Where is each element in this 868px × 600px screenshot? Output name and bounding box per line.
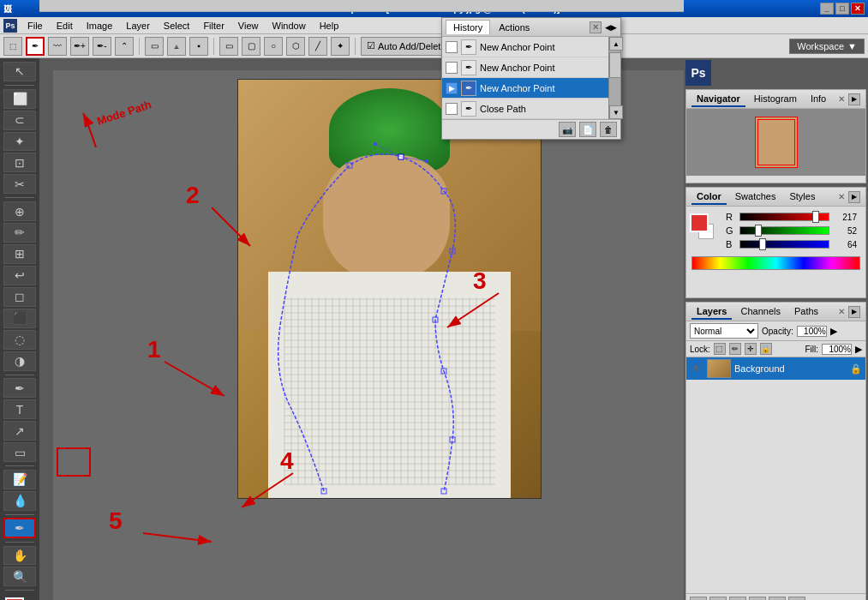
lock-position-btn[interactable]: ✛ [745,343,757,355]
menu-view[interactable]: View [235,19,262,33]
menu-help[interactable]: Help [316,19,343,33]
tab-histogram[interactable]: Histogram [749,92,802,107]
menu-select[interactable]: Select [160,19,194,33]
navigator-close[interactable]: ✕ [838,94,845,104]
tool-brush[interactable]: ✏ [3,223,36,243]
tab-layers[interactable]: Layers [691,304,732,320]
tab-styles[interactable]: Styles [784,189,820,205]
add-anchor-option[interactable]: ✒+ [70,37,89,56]
add-mask-btn[interactable]: ⬜ [729,597,746,600]
convert-point-option[interactable]: ⌃ [115,37,134,56]
opacity-input[interactable] [797,326,827,337]
layer-background-row[interactable]: 👁 Background 🔒 [686,357,865,380]
tool-eyedropper[interactable]: 💧 [3,491,36,511]
tool-healing[interactable]: ⊕ [3,201,36,221]
maximize-btn[interactable]: □ [835,3,849,15]
tool-path-select[interactable]: ↗ [3,421,36,441]
menu-file[interactable]: File [24,19,46,33]
tool-stamp[interactable]: ⊞ [3,244,36,264]
lock-transparent-btn[interactable]: ⬚ [714,343,726,355]
add-style-btn[interactable]: f [709,597,727,600]
menu-image[interactable]: Image [83,19,117,33]
g-slider[interactable] [739,226,829,235]
new-layer-btn[interactable]: 📄 [769,597,786,600]
tool-blur[interactable]: ◌ [3,330,36,350]
color-fg-swatch[interactable] [690,213,709,232]
color-close[interactable]: ✕ [838,192,845,201]
tool-add-anchor[interactable]: ✒ [3,518,36,538]
fill-input[interactable] [822,344,852,355]
r-thumb[interactable] [812,211,819,223]
delete-anchor-option[interactable]: ✒- [93,37,111,56]
history-delete-btn[interactable]: 🗑 [600,122,617,137]
delete-layer-btn[interactable]: 🗑 [788,597,805,600]
pen-tool-option[interactable]: ✒ [26,37,45,56]
history-close-btn[interactable]: ✕ [590,21,602,33]
tool-crop[interactable]: ⊡ [3,153,36,172]
ellipse-btn[interactable]: ○ [264,37,283,56]
tab-channels[interactable]: Channels [735,304,785,320]
workspace-button[interactable]: Workspace ▼ [789,39,865,54]
spectrum-bar[interactable] [691,256,860,270]
b-slider[interactable] [739,240,829,249]
history-resize-btn[interactable]: ◀▶ [605,23,617,32]
layers-menu[interactable]: ▶ [848,306,860,318]
history-item-3[interactable]: ▶ ✒ New Anchor Point [442,78,608,99]
tool-dodge[interactable]: ◑ [3,351,36,371]
tool-pen[interactable]: ✒ [3,378,36,398]
blend-mode-select[interactable]: Normal Multiply Screen [690,323,758,339]
navigator-menu[interactable]: ▶ [848,93,860,105]
path-type-btn[interactable]: ⬚ [3,37,22,56]
history-check-3[interactable]: ▶ [446,82,458,94]
tool-quick-select[interactable]: ✦ [3,132,36,152]
layers-close[interactable]: ✕ [838,307,845,316]
fill-pixels-btn[interactable]: ▪ [189,37,208,56]
tool-history-brush[interactable]: ↩ [3,266,36,285]
b-thumb[interactable] [759,238,766,250]
tool-slice[interactable]: ✂ [3,174,36,194]
tool-move[interactable]: ↖ [3,62,36,81]
tool-marquee[interactable]: ⬜ [3,89,36,109]
history-check-4[interactable] [446,103,458,115]
scroll-down-btn[interactable]: ▼ [609,105,623,119]
tab-info[interactable]: Info [805,92,831,107]
polygon-btn[interactable]: ⬡ [286,37,305,56]
tab-swatches[interactable]: Swatches [730,189,781,205]
g-thumb[interactable] [755,225,762,237]
tool-notes[interactable]: 📝 [3,470,36,489]
tool-hand[interactable]: ✋ [3,546,36,566]
tool-gradient[interactable]: ⬛ [3,309,36,328]
minimize-btn[interactable]: _ [820,3,834,15]
tab-navigator[interactable]: Navigator [691,92,745,107]
history-item-2[interactable]: ✒ New Anchor Point [442,57,608,78]
history-snapshot-btn[interactable]: 📷 [559,122,576,137]
history-item-1[interactable]: ✒ New Anchor Point [442,37,608,57]
new-group-btn[interactable]: 📁 [749,597,766,600]
tab-paths[interactable]: Paths [789,304,823,320]
custom-shape-btn[interactable]: ✦ [331,37,350,56]
menu-filter[interactable]: Filter [200,19,227,33]
actions-tab[interactable]: Actions [492,21,536,34]
auto-add-delete-btn[interactable]: ☑ Auto Add/Delete [361,37,452,56]
close-btn[interactable]: ✕ [851,3,865,15]
history-item-4[interactable]: ✒ Close Path [442,99,608,119]
tab-color[interactable]: Color [691,189,727,205]
freeform-pen-option[interactable]: 〰 [48,37,67,56]
tool-zoom[interactable]: 🔍 [3,567,36,586]
menu-window[interactable]: Window [269,19,309,33]
menu-layer[interactable]: Layer [123,19,153,33]
history-check-1[interactable] [446,41,458,53]
scroll-thumb[interactable] [609,52,621,78]
menu-edit[interactable]: Edit [53,19,76,33]
shape-layers-btn[interactable]: ▭ [145,37,164,56]
paths-btn[interactable]: ⟁ [167,37,186,56]
lock-all-btn[interactable]: 🔒 [760,343,772,355]
scroll-up-btn[interactable]: ▲ [609,37,623,51]
rounded-rect-btn[interactable]: ▢ [242,37,260,56]
layer-visibility-eye[interactable]: 👁 [690,362,703,375]
rect-btn[interactable]: ▭ [219,37,238,56]
tool-eraser[interactable]: ◻ [3,287,36,307]
color-menu[interactable]: ▶ [848,191,860,203]
tool-lasso[interactable]: ⊂ [3,111,36,130]
history-check-2[interactable] [446,62,458,74]
